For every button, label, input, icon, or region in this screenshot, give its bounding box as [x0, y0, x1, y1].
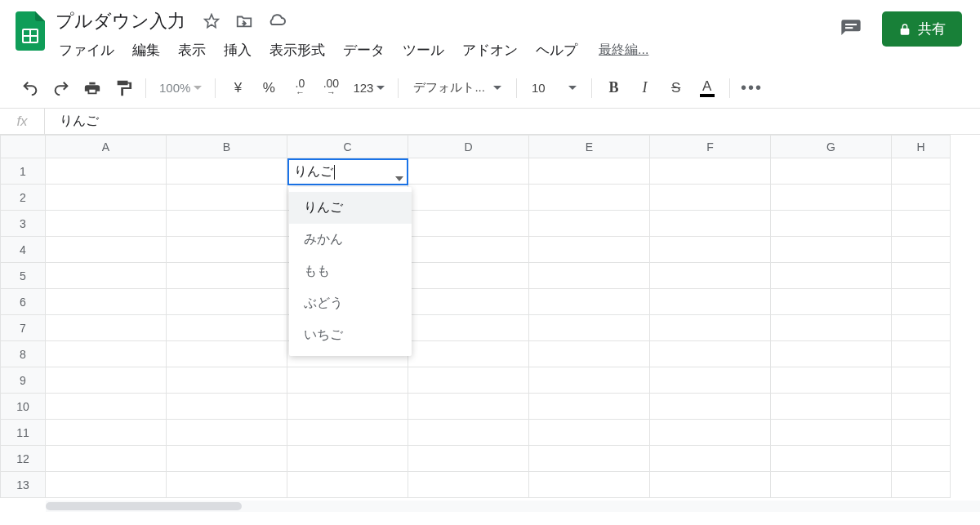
menu-format[interactable]: 表示形式 [261, 38, 333, 63]
cell-C10[interactable] [287, 394, 408, 420]
cell-C11[interactable] [287, 420, 408, 446]
increase-decimal-button[interactable]: .00→ [317, 74, 345, 102]
cell-D6[interactable] [408, 289, 529, 315]
cell-H4[interactable] [892, 237, 951, 263]
cell-H2[interactable] [892, 185, 951, 211]
cell-F9[interactable] [650, 367, 771, 394]
cell-E7[interactable] [529, 315, 650, 341]
cell-E8[interactable] [529, 341, 650, 367]
cell-G8[interactable] [771, 341, 892, 367]
menu-view[interactable]: 表示 [170, 38, 214, 63]
italic-button[interactable]: I [631, 74, 659, 102]
move-folder-icon[interactable] [233, 10, 256, 33]
cell-E4[interactable] [529, 237, 650, 263]
cell-F4[interactable] [650, 237, 771, 263]
currency-button[interactable]: ¥ [224, 74, 252, 102]
cell-G7[interactable] [771, 315, 892, 341]
cell-D4[interactable] [408, 237, 529, 263]
cell-B11[interactable] [167, 420, 287, 446]
cell-B4[interactable] [167, 237, 287, 263]
cell-A9[interactable] [46, 367, 167, 394]
cell-A3[interactable] [46, 211, 167, 237]
cell-B2[interactable] [167, 185, 287, 211]
column-header-E[interactable]: E [529, 136, 650, 158]
more-tools-button[interactable]: ••• [738, 74, 766, 102]
cell-E2[interactable] [529, 185, 650, 211]
last-edit-link[interactable]: 最終編... [599, 42, 648, 59]
cell-H13[interactable] [892, 472, 951, 498]
bold-button[interactable]: B [600, 74, 628, 102]
cell-F7[interactable] [650, 315, 771, 341]
cell-A11[interactable] [46, 420, 167, 446]
cell-F13[interactable] [650, 472, 771, 498]
cell-B1[interactable] [167, 158, 287, 185]
row-header-13[interactable]: 13 [1, 472, 46, 498]
cell-G6[interactable] [771, 289, 892, 315]
cell-B13[interactable] [167, 472, 287, 498]
cell-F8[interactable] [650, 341, 771, 367]
cell-F1[interactable] [650, 158, 771, 185]
menu-file[interactable]: ファイル [51, 38, 122, 63]
row-header-3[interactable]: 3 [1, 211, 46, 237]
cell-G2[interactable] [771, 185, 892, 211]
font-dropdown[interactable]: デフォルト... [407, 80, 508, 96]
horizontal-scrollbar[interactable] [46, 501, 980, 512]
cell-A4[interactable] [46, 237, 167, 263]
cell-G10[interactable] [771, 394, 892, 420]
cell-G5[interactable] [771, 263, 892, 289]
menu-data[interactable]: データ [335, 38, 393, 63]
row-header-5[interactable]: 5 [1, 263, 46, 289]
cell-F10[interactable] [650, 394, 771, 420]
more-formats-dropdown[interactable]: 123 [348, 81, 390, 95]
cell-E11[interactable] [529, 420, 650, 446]
cell-F11[interactable] [650, 420, 771, 446]
row-header-4[interactable]: 4 [1, 237, 46, 263]
cell-A2[interactable] [46, 185, 167, 211]
cell-G12[interactable] [771, 446, 892, 472]
doc-title[interactable]: プルダウン入力 [51, 7, 190, 35]
cell-D13[interactable] [408, 472, 529, 498]
share-button[interactable]: 共有 [882, 11, 962, 47]
dropdown-arrow-icon[interactable] [395, 176, 403, 181]
cell-F12[interactable] [650, 446, 771, 472]
cell-C9[interactable] [287, 367, 408, 394]
cell-G11[interactable] [771, 420, 892, 446]
cell-B7[interactable] [167, 315, 287, 341]
cell-A5[interactable] [46, 263, 167, 289]
column-header-G[interactable]: G [771, 136, 892, 158]
cell-D11[interactable] [408, 420, 529, 446]
cell-D12[interactable] [408, 446, 529, 472]
decrease-decimal-button[interactable]: .0← [286, 74, 314, 102]
cell-H3[interactable] [892, 211, 951, 237]
cell-F5[interactable] [650, 263, 771, 289]
cell-H9[interactable] [892, 367, 951, 394]
active-cell[interactable]: りんご [287, 158, 408, 185]
cell-G9[interactable] [771, 367, 892, 394]
cell-A8[interactable] [46, 341, 167, 367]
cell-A7[interactable] [46, 315, 167, 341]
row-header-7[interactable]: 7 [1, 315, 46, 341]
cell-D8[interactable] [408, 341, 529, 367]
cell-A1[interactable] [46, 158, 167, 185]
fx-label[interactable]: fx [0, 109, 45, 134]
text-color-button[interactable]: A [693, 74, 721, 102]
cell-G1[interactable] [771, 158, 892, 185]
undo-button[interactable] [16, 74, 44, 102]
cell-D7[interactable] [408, 315, 529, 341]
cell-A12[interactable] [46, 446, 167, 472]
cell-H1[interactable] [892, 158, 951, 185]
cell-D9[interactable] [408, 367, 529, 394]
row-header-8[interactable]: 8 [1, 341, 46, 367]
comments-button[interactable] [835, 13, 867, 46]
dropdown-option[interactable]: いちご [289, 319, 412, 351]
cell-G3[interactable] [771, 211, 892, 237]
cell-H10[interactable] [892, 394, 951, 420]
cell-H11[interactable] [892, 420, 951, 446]
cell-H5[interactable] [892, 263, 951, 289]
menu-edit[interactable]: 編集 [124, 38, 168, 63]
dropdown-option[interactable]: もも [289, 256, 412, 287]
cell-F3[interactable] [650, 211, 771, 237]
cell-B8[interactable] [167, 341, 287, 367]
cell-E6[interactable] [529, 289, 650, 315]
zoom-dropdown[interactable]: 100% [154, 81, 207, 95]
